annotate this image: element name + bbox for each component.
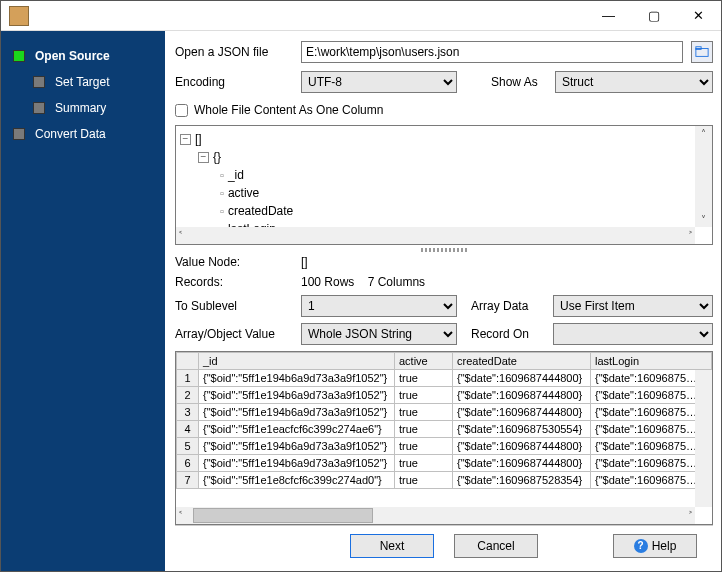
wizard-sidebar: Open Source Set Target Summary Convert D… [1,31,165,571]
titlebar: — ▢ ✕ [1,1,721,31]
next-button[interactable]: Next [350,534,434,558]
help-button[interactable]: ? Help [613,534,697,558]
browse-button[interactable] [691,41,713,63]
col-id[interactable]: _id [199,353,395,370]
step-open-source[interactable]: Open Source [1,43,165,69]
scroll-left-icon[interactable]: ˂ [178,230,183,241]
grid-hscrollbar[interactable]: ˂ ˃ [176,507,695,524]
cell-active: true [395,438,453,455]
tree-node-root[interactable]: [] [195,130,202,148]
scroll-thumb[interactable] [193,508,373,523]
cell-lastlogin: {"$date":16096875… [591,387,712,404]
collapse-icon[interactable]: − [180,134,191,145]
array-object-value-label: Array/Object Value [175,327,297,341]
table-row[interactable]: 7{"$oid":"5ff1e1e8cfcf6c399c274ad0"}true… [177,472,712,489]
cell-id: {"$oid":"5ff1e194b6a9d73a3a9f1052"} [199,404,395,421]
cell-active: true [395,404,453,421]
leaf-icon: ▫ [220,202,224,220]
cell-active: true [395,472,453,489]
table-row[interactable]: 5{"$oid":"5ff1e194b6a9d73a3a9f1052"}true… [177,438,712,455]
tree-hscrollbar[interactable]: ˂˃ [176,227,695,244]
record-on-label: Record On [461,327,549,341]
scroll-right-icon[interactable]: ˃ [688,510,693,521]
cell-id: {"$oid":"5ff1e194b6a9d73a3a9f1052"} [199,438,395,455]
table-row[interactable]: 3{"$oid":"5ff1e194b6a9d73a3a9f1052"}true… [177,404,712,421]
tree-leaf[interactable]: createdDate [228,202,293,220]
cell-id: {"$oid":"5ff1e194b6a9d73a3a9f1052"} [199,370,395,387]
table-row[interactable]: 1{"$oid":"5ff1e194b6a9d73a3a9f1052"}true… [177,370,712,387]
step-indicator-icon [13,50,25,62]
minimize-button[interactable]: — [586,1,631,30]
cell-createddate: {"$date":1609687530554} [453,421,591,438]
app-icon [9,6,29,26]
grid-corner [177,353,199,370]
row-number: 3 [177,404,199,421]
step-summary[interactable]: Summary [1,95,165,121]
step-indicator-icon [33,76,45,88]
cell-createddate: {"$date":1609687528354} [453,472,591,489]
row-number: 4 [177,421,199,438]
splitter[interactable] [175,245,713,255]
cancel-button[interactable]: Cancel [454,534,538,558]
showas-select[interactable]: Struct [555,71,713,93]
scroll-down-icon[interactable]: ˅ [701,214,706,225]
cell-lastlogin: {"$date":16096875… [591,370,712,387]
scroll-right-icon[interactable]: ˃ [688,230,693,241]
cell-lastlogin: {"$date":16096875… [591,455,712,472]
cell-active: true [395,370,453,387]
whole-file-checkbox[interactable] [175,104,188,117]
cell-lastlogin: {"$date":16096875… [591,472,712,489]
json-tree[interactable]: −[] −{} ▫_id ▫active ▫createdDate ▫lastL… [175,125,713,245]
array-data-select[interactable]: Use First Item [553,295,713,317]
row-number: 1 [177,370,199,387]
open-file-label: Open a JSON file [175,45,297,59]
file-path-input[interactable] [301,41,683,63]
close-button[interactable]: ✕ [676,1,721,30]
cell-id: {"$oid":"5ff1e1e8cfcf6c399c274ad0"} [199,472,395,489]
row-number: 7 [177,472,199,489]
step-set-target[interactable]: Set Target [1,69,165,95]
col-lastlogin[interactable]: lastLogin [591,353,712,370]
cell-id: {"$oid":"5ff1e194b6a9d73a3a9f1052"} [199,387,395,404]
cell-active: true [395,455,453,472]
step-label: Open Source [35,49,110,63]
tree-vscrollbar[interactable]: ˄˅ [695,126,712,227]
tree-leaf[interactable]: _id [228,166,244,184]
scroll-up-icon[interactable]: ˄ [701,128,706,139]
tree-node-object[interactable]: {} [213,148,221,166]
value-node-label: Value Node: [175,255,297,269]
col-active[interactable]: active [395,353,453,370]
scroll-left-icon[interactable]: ˂ [178,510,183,521]
maximize-button[interactable]: ▢ [631,1,676,30]
array-object-value-select[interactable]: Whole JSON String [301,323,457,345]
to-sublevel-select[interactable]: 1 [301,295,457,317]
help-icon: ? [634,539,648,553]
col-createddate[interactable]: createdDate [453,353,591,370]
cell-createddate: {"$date":1609687444800} [453,455,591,472]
encoding-select[interactable]: UTF-8 [301,71,457,93]
row-number: 6 [177,455,199,472]
cell-active: true [395,387,453,404]
step-label: Summary [55,101,106,115]
grid-vscrollbar[interactable] [695,370,712,507]
preview-grid[interactable]: _id active createdDate lastLogin 1{"$oid… [175,351,713,525]
step-label: Set Target [55,75,109,89]
encoding-label: Encoding [175,75,297,89]
collapse-icon[interactable]: − [198,152,209,163]
to-sublevel-label: To Sublevel [175,299,297,313]
row-number: 5 [177,438,199,455]
help-label: Help [652,539,677,553]
cell-id: {"$oid":"5ff1e1eacfcf6c399c274ae6"} [199,421,395,438]
table-row[interactable]: 4{"$oid":"5ff1e1eacfcf6c399c274ae6"}true… [177,421,712,438]
cell-lastlogin: {"$date":16096875… [591,438,712,455]
leaf-icon: ▫ [220,184,224,202]
cell-createddate: {"$date":1609687444800} [453,387,591,404]
cell-id: {"$oid":"5ff1e194b6a9d73a3a9f1052"} [199,455,395,472]
table-row[interactable]: 2{"$oid":"5ff1e194b6a9d73a3a9f1052"}true… [177,387,712,404]
step-convert-data[interactable]: Convert Data [1,121,165,147]
table-row[interactable]: 6{"$oid":"5ff1e194b6a9d73a3a9f1052"}true… [177,455,712,472]
cell-lastlogin: {"$date":16096875… [591,421,712,438]
tree-leaf[interactable]: active [228,184,259,202]
cell-createddate: {"$date":1609687444800} [453,370,591,387]
record-on-select[interactable] [553,323,713,345]
